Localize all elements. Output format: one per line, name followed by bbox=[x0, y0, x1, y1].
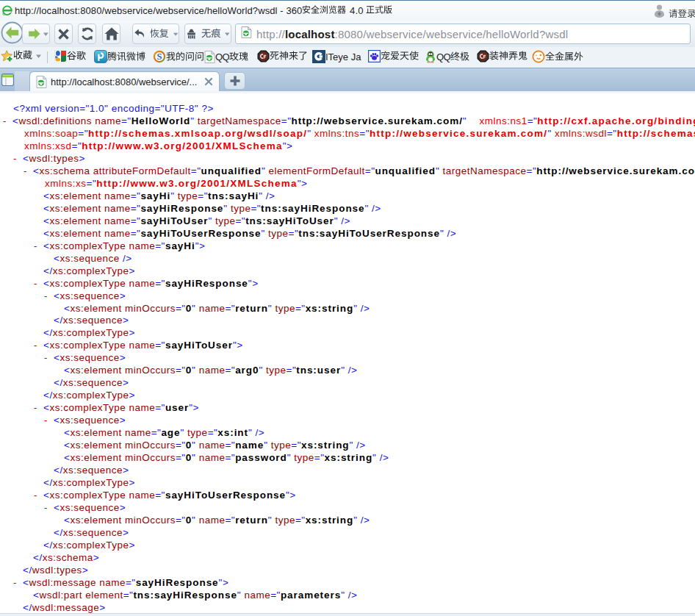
svg-text:S: S bbox=[157, 51, 162, 62]
